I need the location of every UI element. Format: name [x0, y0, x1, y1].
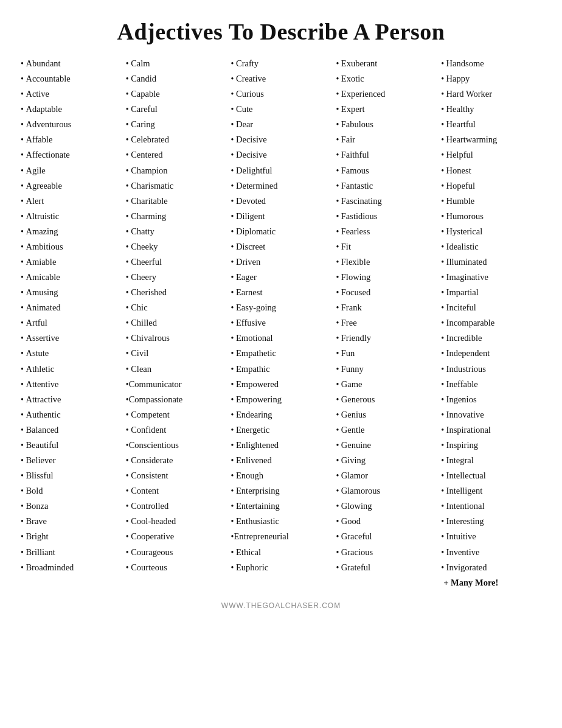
list-item: Entertaining: [231, 499, 331, 514]
list-item: Eager: [231, 270, 331, 285]
list-item: Believer: [21, 453, 121, 468]
list-item: Enlivened: [231, 453, 331, 468]
list-item: Independent: [441, 346, 541, 361]
list-item: Brave: [21, 514, 121, 529]
list-item: Hard Worker: [441, 86, 541, 102]
list-item: Bright: [21, 529, 121, 544]
page-title: Adjectives To Describe A Person: [18, 18, 544, 45]
list-item: Integral: [441, 453, 541, 468]
list-item: Effusive: [231, 315, 331, 331]
list-item: Healthy: [441, 102, 541, 117]
list-item: Enough: [231, 468, 331, 483]
list-item: Genius: [336, 407, 436, 422]
list-item: Flexible: [336, 254, 436, 270]
list-item: Glowing: [336, 499, 436, 514]
list-item: Cheeky: [126, 239, 226, 254]
list-item: Courageous: [126, 545, 226, 560]
list-item: Ambitious: [21, 239, 121, 254]
list-item: Determined: [231, 178, 331, 194]
list-item: Assertive: [21, 331, 121, 346]
list-item: Celebrated: [126, 132, 226, 147]
list-item: Dear: [231, 117, 331, 132]
list-item: Focused: [336, 285, 436, 300]
list-item: Affable: [21, 132, 121, 147]
list-item: Artful: [21, 315, 121, 331]
list-item: Endearing: [231, 407, 331, 422]
list-item: Frank: [336, 300, 436, 315]
list-item: Enterprising: [231, 483, 331, 499]
adjectives-columns: AbundantAccountableActiveAdaptableAdvent…: [18, 56, 544, 590]
list-item: Agile: [21, 163, 121, 178]
list-item: Amicable: [21, 270, 121, 285]
list-item: Charming: [126, 209, 226, 224]
list-item: Intentional: [441, 499, 541, 514]
list-item: Affectionate: [21, 147, 121, 163]
list-item: Honest: [441, 163, 541, 178]
list-item: Cheerful: [126, 254, 226, 270]
list-item: Famous: [336, 163, 436, 178]
list-item: Bonza: [21, 499, 121, 514]
column-5: HandsomeHappyHard WorkerHealthyHeartfulH…: [439, 56, 544, 590]
list-item: Fabulous: [336, 117, 436, 132]
list-item: Hopeful: [441, 178, 541, 194]
list-item: Inciteful: [441, 300, 541, 315]
list-item: Fair: [336, 132, 436, 147]
column-4: ExuberantExoticExperiencedExpertFabulous…: [333, 56, 439, 590]
list-item: Chivalrous: [126, 331, 226, 346]
list-item: Grateful: [336, 560, 436, 575]
list-item: Exuberant: [336, 56, 436, 71]
plus-more-label: + Many More!: [441, 575, 541, 590]
list-item: Consistent: [126, 468, 226, 483]
list-item: Driven: [231, 254, 331, 270]
list-item: Faithful: [336, 147, 436, 163]
list-item: Industrious: [441, 362, 541, 377]
list-item: Blissful: [21, 468, 121, 483]
list-item: Balanced: [21, 422, 121, 438]
list-item: Caring: [126, 117, 226, 132]
list-item: Compassionate: [126, 392, 226, 407]
list-item: Heartwarming: [441, 132, 541, 147]
list-item: Interesting: [441, 514, 541, 529]
list-item: Empathetic: [231, 346, 331, 361]
list-item: Chic: [126, 300, 226, 315]
list-item: Astute: [21, 346, 121, 361]
list-item: Imaginative: [441, 270, 541, 285]
list-item: Authentic: [21, 407, 121, 422]
list-item: Clean: [126, 362, 226, 377]
list-item: Curious: [231, 86, 331, 102]
list-item: Decisive: [231, 132, 331, 147]
list-item: Cooperative: [126, 529, 226, 544]
list-item: Experienced: [336, 86, 436, 102]
list-item: Intellectual: [441, 468, 541, 483]
list-item: Delightful: [231, 163, 331, 178]
list-item: Idealistic: [441, 239, 541, 254]
list-item: Cheery: [126, 270, 226, 285]
list-item: Careful: [126, 102, 226, 117]
list-item: Glamor: [336, 468, 436, 483]
list-item: Accountable: [21, 71, 121, 86]
list-item: Brilliant: [21, 545, 121, 560]
list-item: Athletic: [21, 362, 121, 377]
list-item: Champion: [126, 163, 226, 178]
list-item: Genuine: [336, 438, 436, 453]
list-item: Heartful: [441, 117, 541, 132]
list-item: Fit: [336, 239, 436, 254]
list-item: Humorous: [441, 209, 541, 224]
footer-url: WWW.THEGOALCHASER.COM: [18, 601, 544, 610]
list-item: Animated: [21, 300, 121, 315]
list-item: Candid: [126, 71, 226, 86]
list-item: Active: [21, 86, 121, 102]
list-item: Empowering: [231, 392, 331, 407]
list-item: Enthusiastic: [231, 514, 331, 529]
list-item: Cherished: [126, 285, 226, 300]
column-1: AbundantAccountableActiveAdaptableAdvent…: [18, 56, 123, 590]
list-item: Amusing: [21, 285, 121, 300]
list-item: Energetic: [231, 422, 331, 438]
list-item: Emotional: [231, 331, 331, 346]
list-item: Altruistic: [21, 209, 121, 224]
list-item: Incomparable: [441, 315, 541, 331]
list-item: Adaptable: [21, 102, 121, 117]
list-item: Incredible: [441, 331, 541, 346]
list-item: Giving: [336, 453, 436, 468]
list-item: Courteous: [126, 560, 226, 575]
